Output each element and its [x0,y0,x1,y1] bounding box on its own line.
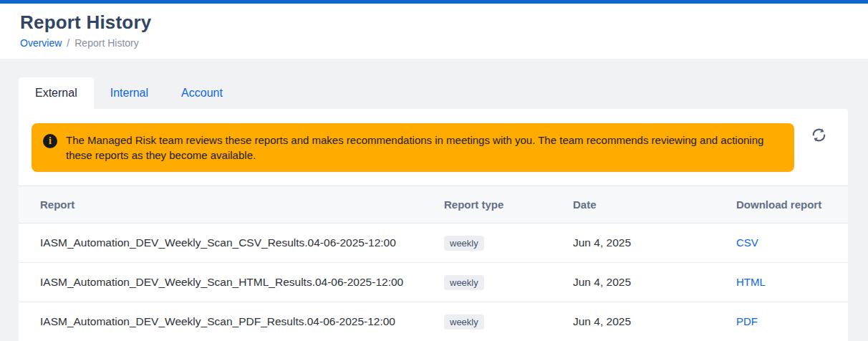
banner-text: The Managed Risk team reviews these repo… [66,133,783,163]
content-card: i The Managed Risk team reviews these re… [19,109,848,341]
table-row: IASM_Automation_DEV_Weekly_Scan_PDF_Resu… [19,302,848,341]
column-header-download-report: Download report [736,186,848,224]
column-header-date: Date [573,186,736,224]
tab-internal[interactable]: Internal [94,77,165,109]
page-header: Report History Overview / Report History [0,4,868,59]
report-date: Jun 4, 2025 [573,276,631,288]
tab-external[interactable]: External [19,77,94,109]
table-row: IASM_Automation_DEV_Weekly_Scan_HTML_Res… [19,263,848,302]
info-icon: i [43,134,57,148]
breadcrumb: Overview / Report History [20,37,868,49]
tab-bar: External Internal Account [19,77,868,109]
tab-account[interactable]: Account [165,77,239,109]
column-header-report-type: Report type [444,186,573,224]
breadcrumb-separator: / [67,37,69,49]
breadcrumb-current: Report History [74,37,138,49]
report-date: Jun 4, 2025 [573,315,631,327]
table-body: IASM_Automation_DEV_Weekly_Scan_CSV_Resu… [19,224,848,341]
report-date: Jun 4, 2025 [573,236,631,249]
info-banner: i The Managed Risk team reviews these re… [32,123,794,172]
breadcrumb-link-overview[interactable]: Overview [20,37,62,49]
page-title: Report History [20,11,868,34]
download-report-link[interactable]: PDF [736,315,758,327]
report-history-table: Report Report type Date Download report … [19,186,848,341]
refresh-button[interactable] [810,126,828,144]
card-top-row: i The Managed Risk team reviews these re… [19,109,848,172]
report-type-badge: weekly [444,314,484,330]
download-report-link[interactable]: CSV [736,236,758,249]
report-name: IASM_Automation_DEV_Weekly_Scan_PDF_Resu… [40,315,395,327]
column-header-report: Report [19,186,444,224]
report-name: IASM_Automation_DEV_Weekly_Scan_CSV_Resu… [40,236,396,249]
table-header-row: Report Report type Date Download report [19,186,848,224]
report-type-badge: weekly [444,236,484,251]
table-row: IASM_Automation_DEV_Weekly_Scan_CSV_Resu… [19,224,848,263]
refresh-icon [810,126,828,144]
report-name: IASM_Automation_DEV_Weekly_Scan_HTML_Res… [40,276,403,288]
report-type-badge: weekly [444,275,484,290]
download-report-link[interactable]: HTML [736,276,766,288]
